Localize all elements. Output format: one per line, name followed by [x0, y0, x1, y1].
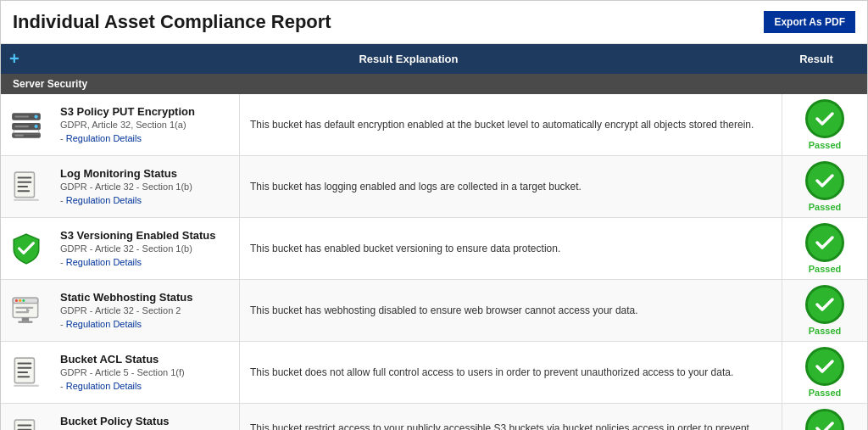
passed-label-s3-policy: Passed	[809, 140, 842, 150]
passed-label-log-monitoring: Passed	[809, 202, 842, 212]
checkmark-icon	[814, 108, 836, 130]
col-result-explanation-header: Result Explanation	[43, 53, 774, 65]
svg-rect-5	[14, 115, 29, 117]
regulation-log-monitoring: GDPR - Article 32 - Section 1(b)	[60, 181, 231, 192]
passed-circle-log-monitoring	[805, 161, 844, 200]
acl-icon	[9, 355, 43, 389]
svg-point-16	[19, 299, 21, 302]
svg-rect-20	[22, 317, 29, 321]
svg-point-4	[34, 125, 37, 128]
checkmark-icon	[814, 293, 836, 316]
explanation-cell-bucket-acl: This bucket does not allow full control …	[240, 342, 782, 403]
svg-point-17	[22, 299, 25, 302]
regulation-details-link-log-monitoring[interactable]: Regulation Details	[66, 195, 142, 205]
svg-rect-25	[17, 371, 28, 373]
checkmark-icon	[814, 417, 836, 430]
reg-link-static-webhosting: - Regulation Details	[60, 317, 231, 330]
table-column-header: + Result Explanation Result	[1, 44, 867, 74]
policy-icon	[9, 417, 43, 430]
reg-link-s3-versioning: - Regulation Details	[60, 255, 231, 268]
svg-rect-26	[17, 376, 30, 377]
result-cell-log-monitoring: Passed	[782, 156, 867, 217]
regulation-details-link-bucket-acl[interactable]: Regulation Details	[66, 381, 142, 391]
row-info-cell-log-monitoring: Log Monitoring Status GDPR - Article 32 …	[52, 156, 240, 217]
svg-rect-21	[19, 321, 33, 323]
explanation-cell-static-webhosting: This bucket has webhosting disabled to e…	[240, 280, 782, 341]
page-wrapper: Individual Asset Compliance Report Expor…	[0, 0, 868, 430]
passed-circle-bucket-acl	[805, 347, 844, 386]
regulation-details-link-s3-policy[interactable]: Regulation Details	[66, 133, 142, 143]
check-name-log-monitoring: Log Monitoring Status	[60, 167, 231, 180]
row-icon-cell-s3-versioning	[1, 218, 52, 279]
row-icon-cell-bucket-acl	[1, 342, 52, 403]
reg-link-bucket-acl: - Regulation Details	[60, 379, 231, 392]
export-pdf-button[interactable]: Export As PDF	[764, 11, 855, 33]
rows-container: S3 Policy PUT Encryption GDPR, Article 3…	[1, 94, 867, 430]
row-info-cell-s3-policy: S3 Policy PUT Encryption GDPR, Article 3…	[52, 94, 240, 155]
svg-rect-8	[14, 172, 34, 197]
result-cell-s3-versioning: Passed	[782, 218, 867, 279]
svg-rect-9	[17, 176, 31, 178]
svg-point-15	[15, 299, 18, 302]
passed-circle-static-webhosting	[805, 285, 844, 324]
col-result-header: Result	[774, 53, 859, 65]
add-btn-cell: +	[9, 49, 43, 69]
row-icon-cell-log-monitoring	[1, 156, 52, 217]
shield-icon	[9, 232, 43, 265]
result-cell-bucket-policy: Passed	[782, 404, 867, 430]
row-info-cell-static-webhosting: Static Webhosting Status GDPR - Article …	[52, 280, 240, 341]
check-name-bucket-acl: Bucket ACL Status	[60, 353, 231, 366]
page-header: Individual Asset Compliance Report Expor…	[1, 1, 867, 44]
section-name: Server Security	[13, 78, 87, 90]
check-name-static-webhosting: Static Webhosting Status	[60, 291, 231, 304]
svg-rect-12	[17, 190, 30, 192]
regulation-details-link-static-webhosting[interactable]: Regulation Details	[66, 319, 142, 329]
svg-rect-24	[17, 367, 31, 369]
row-icon-cell-static-webhosting	[1, 280, 52, 341]
passed-label-s3-versioning: Passed	[809, 264, 842, 274]
row-info-cell-bucket-acl: Bucket ACL Status GDPR - Article 5 - Sec…	[52, 342, 240, 403]
web-icon	[9, 293, 43, 327]
explanation-cell-s3-versioning: This bucket has enabled bucket versionin…	[240, 218, 782, 279]
svg-rect-6	[14, 126, 29, 127]
table-row: Static Webhosting Status GDPR - Article …	[1, 280, 867, 342]
svg-rect-18	[15, 307, 33, 309]
row-info-cell-s3-versioning: S3 Versioning Enabled Status GDPR - Arti…	[52, 218, 240, 279]
result-cell-bucket-acl: Passed	[782, 342, 867, 403]
check-name-s3-policy: S3 Policy PUT Encryption	[60, 105, 231, 118]
checkmark-icon	[814, 232, 836, 254]
server-icon	[9, 108, 43, 142]
check-name-bucket-policy: Bucket Policy Status	[60, 415, 231, 427]
regulation-static-webhosting: GDPR - Article 32 - Section 2	[60, 305, 231, 316]
svg-point-3	[34, 114, 37, 118]
passed-circle-bucket-policy	[805, 409, 844, 430]
explanation-cell-log-monitoring: This bucket has logging enabled and logs…	[240, 156, 782, 217]
regulation-s3-versioning: GDPR - Article 32 - Section 1(b)	[60, 243, 231, 254]
svg-rect-11	[17, 186, 28, 187]
svg-rect-10	[17, 181, 31, 183]
passed-circle-s3-policy	[805, 99, 844, 138]
log-icon	[9, 170, 43, 204]
table-row: Log Monitoring Status GDPR - Article 32 …	[1, 156, 867, 218]
table-row: S3 Policy PUT Encryption GDPR, Article 3…	[1, 94, 867, 156]
explanation-cell-s3-policy: This bucket has default encryption enabl…	[240, 94, 782, 155]
passed-label-static-webhosting: Passed	[809, 326, 842, 336]
table-row: S3 Versioning Enabled Status GDPR - Arti…	[1, 218, 867, 280]
explanation-cell-bucket-policy: This bucket restrict access to your publ…	[240, 404, 782, 430]
svg-rect-28	[17, 424, 31, 426]
section-header: Server Security	[1, 74, 867, 94]
regulation-details-link-s3-versioning[interactable]: Regulation Details	[66, 257, 142, 267]
check-name-s3-versioning: S3 Versioning Enabled Status	[60, 229, 231, 242]
passed-circle-s3-versioning	[805, 223, 844, 262]
checkmark-icon	[814, 170, 836, 192]
regulation-s3-policy: GDPR, Article 32, Section 1(a)	[60, 120, 231, 130]
page-title: Individual Asset Compliance Report	[13, 11, 331, 33]
row-info-cell-bucket-policy: Bucket Policy Status GDPR - Article 5 - …	[52, 404, 240, 430]
svg-rect-7	[14, 135, 24, 137]
add-icon[interactable]: +	[9, 49, 19, 69]
reg-link-log-monitoring: - Regulation Details	[60, 193, 231, 206]
result-cell-s3-policy: Passed	[782, 94, 867, 155]
svg-rect-22	[14, 358, 34, 383]
checkmark-icon	[814, 355, 836, 377]
table-row: Bucket ACL Status GDPR - Article 5 - Sec…	[1, 342, 867, 404]
